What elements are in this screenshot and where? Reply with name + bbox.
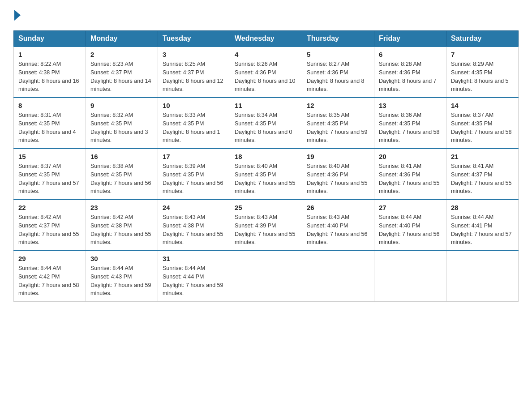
calendar-cell: 26 Sunrise: 8:43 AM Sunset: 4:40 PM Dayl… — [302, 200, 374, 251]
calendar-cell — [374, 251, 446, 302]
calendar-cell: 12 Sunrise: 8:35 AM Sunset: 4:35 PM Dayl… — [302, 98, 374, 149]
day-info: Sunrise: 8:37 AM Sunset: 4:35 PM Dayligh… — [18, 163, 79, 194]
week-row-1: 1 Sunrise: 8:22 AM Sunset: 4:38 PM Dayli… — [14, 47, 519, 98]
calendar-cell: 13 Sunrise: 8:36 AM Sunset: 4:35 PM Dayl… — [374, 98, 446, 149]
calendar-cell — [230, 251, 302, 302]
day-info: Sunrise: 8:22 AM Sunset: 4:38 PM Dayligh… — [18, 61, 79, 92]
day-number: 7 — [451, 51, 514, 58]
calendar-cell: 7 Sunrise: 8:29 AM Sunset: 4:35 PM Dayli… — [446, 47, 519, 98]
calendar-cell: 22 Sunrise: 8:42 AM Sunset: 4:37 PM Dayl… — [14, 200, 86, 251]
day-info: Sunrise: 8:25 AM Sunset: 4:37 PM Dayligh… — [163, 61, 223, 92]
logo-arrow-icon — [14, 10, 21, 21]
day-number: 25 — [235, 204, 297, 211]
day-number: 19 — [307, 153, 369, 160]
calendar-cell: 8 Sunrise: 8:31 AM Sunset: 4:35 PM Dayli… — [14, 98, 86, 149]
calendar-cell: 30 Sunrise: 8:44 AM Sunset: 4:43 PM Dayl… — [86, 251, 158, 302]
day-info: Sunrise: 8:34 AM Sunset: 4:35 PM Dayligh… — [235, 112, 292, 143]
week-row-4: 22 Sunrise: 8:42 AM Sunset: 4:37 PM Dayl… — [14, 200, 519, 251]
day-info: Sunrise: 8:44 AM Sunset: 4:42 PM Dayligh… — [18, 265, 79, 296]
calendar-cell: 17 Sunrise: 8:39 AM Sunset: 4:35 PM Dayl… — [158, 149, 230, 200]
calendar-cell: 11 Sunrise: 8:34 AM Sunset: 4:35 PM Dayl… — [230, 98, 302, 149]
calendar-cell: 25 Sunrise: 8:43 AM Sunset: 4:39 PM Dayl… — [230, 200, 302, 251]
logo — [13, 9, 21, 21]
calendar-cell: 15 Sunrise: 8:37 AM Sunset: 4:35 PM Dayl… — [14, 149, 86, 200]
day-number: 6 — [379, 51, 442, 58]
day-info: Sunrise: 8:28 AM Sunset: 4:36 PM Dayligh… — [379, 61, 437, 92]
day-info: Sunrise: 8:40 AM Sunset: 4:36 PM Dayligh… — [307, 163, 368, 194]
calendar-cell: 4 Sunrise: 8:26 AM Sunset: 4:36 PM Dayli… — [230, 47, 302, 98]
day-info: Sunrise: 8:27 AM Sunset: 4:36 PM Dayligh… — [307, 61, 365, 92]
day-info: Sunrise: 8:43 AM Sunset: 4:38 PM Dayligh… — [163, 214, 223, 245]
calendar-cell — [446, 251, 519, 302]
calendar-cell: 1 Sunrise: 8:22 AM Sunset: 4:38 PM Dayli… — [14, 47, 86, 98]
day-info: Sunrise: 8:43 AM Sunset: 4:39 PM Dayligh… — [235, 214, 296, 245]
week-row-3: 15 Sunrise: 8:37 AM Sunset: 4:35 PM Dayl… — [14, 149, 519, 200]
day-info: Sunrise: 8:29 AM Sunset: 4:35 PM Dayligh… — [451, 61, 509, 92]
calendar-cell: 31 Sunrise: 8:44 AM Sunset: 4:44 PM Dayl… — [158, 251, 230, 302]
day-number: 27 — [379, 204, 442, 211]
day-number: 15 — [18, 153, 81, 160]
day-info: Sunrise: 8:44 AM Sunset: 4:40 PM Dayligh… — [379, 214, 440, 245]
day-number: 14 — [451, 102, 514, 109]
calendar-cell: 27 Sunrise: 8:44 AM Sunset: 4:40 PM Dayl… — [374, 200, 446, 251]
calendar-cell: 20 Sunrise: 8:41 AM Sunset: 4:36 PM Dayl… — [374, 149, 446, 200]
week-row-2: 8 Sunrise: 8:31 AM Sunset: 4:35 PM Dayli… — [14, 98, 519, 149]
calendar-cell: 28 Sunrise: 8:44 AM Sunset: 4:41 PM Dayl… — [446, 200, 519, 251]
calendar-table: SundayMondayTuesdayWednesdayThursdayFrid… — [13, 30, 519, 302]
day-header-friday: Friday — [374, 31, 446, 47]
calendar-cell: 23 Sunrise: 8:42 AM Sunset: 4:38 PM Dayl… — [86, 200, 158, 251]
day-info: Sunrise: 8:42 AM Sunset: 4:37 PM Dayligh… — [18, 214, 79, 245]
calendar-cell: 18 Sunrise: 8:40 AM Sunset: 4:35 PM Dayl… — [230, 149, 302, 200]
day-number: 13 — [379, 102, 442, 109]
day-header-thursday: Thursday — [302, 31, 374, 47]
day-info: Sunrise: 8:31 AM Sunset: 4:35 PM Dayligh… — [18, 112, 76, 143]
calendar-header-row: SundayMondayTuesdayWednesdayThursdayFrid… — [14, 31, 519, 47]
day-number: 28 — [451, 204, 514, 211]
calendar-cell: 29 Sunrise: 8:44 AM Sunset: 4:42 PM Dayl… — [14, 251, 86, 302]
day-header-monday: Monday — [86, 31, 158, 47]
day-info: Sunrise: 8:33 AM Sunset: 4:35 PM Dayligh… — [163, 112, 220, 143]
day-number: 21 — [451, 153, 514, 160]
calendar-cell — [302, 251, 374, 302]
day-info: Sunrise: 8:35 AM Sunset: 4:35 PM Dayligh… — [307, 112, 368, 143]
day-number: 22 — [18, 204, 81, 211]
day-number: 18 — [235, 153, 297, 160]
day-info: Sunrise: 8:43 AM Sunset: 4:40 PM Dayligh… — [307, 214, 368, 245]
day-info: Sunrise: 8:42 AM Sunset: 4:38 PM Dayligh… — [90, 214, 151, 245]
calendar-cell: 14 Sunrise: 8:37 AM Sunset: 4:35 PM Dayl… — [446, 98, 519, 149]
day-number: 10 — [163, 102, 225, 109]
day-info: Sunrise: 8:41 AM Sunset: 4:36 PM Dayligh… — [379, 163, 440, 194]
day-number: 16 — [90, 153, 153, 160]
day-number: 30 — [90, 255, 153, 262]
day-number: 23 — [90, 204, 153, 211]
calendar-cell: 24 Sunrise: 8:43 AM Sunset: 4:38 PM Dayl… — [158, 200, 230, 251]
day-header-saturday: Saturday — [446, 31, 519, 47]
calendar-cell: 19 Sunrise: 8:40 AM Sunset: 4:36 PM Dayl… — [302, 149, 374, 200]
day-info: Sunrise: 8:32 AM Sunset: 4:35 PM Dayligh… — [90, 112, 148, 143]
day-info: Sunrise: 8:44 AM Sunset: 4:44 PM Dayligh… — [163, 265, 223, 296]
day-info: Sunrise: 8:44 AM Sunset: 4:43 PM Dayligh… — [90, 265, 151, 296]
day-info: Sunrise: 8:37 AM Sunset: 4:35 PM Dayligh… — [451, 112, 512, 143]
day-info: Sunrise: 8:41 AM Sunset: 4:37 PM Dayligh… — [451, 163, 512, 194]
calendar-cell: 2 Sunrise: 8:23 AM Sunset: 4:37 PM Dayli… — [86, 47, 158, 98]
day-info: Sunrise: 8:36 AM Sunset: 4:35 PM Dayligh… — [379, 112, 440, 143]
day-info: Sunrise: 8:26 AM Sunset: 4:36 PM Dayligh… — [235, 61, 296, 92]
day-number: 11 — [235, 102, 297, 109]
calendar-cell: 10 Sunrise: 8:33 AM Sunset: 4:35 PM Dayl… — [158, 98, 230, 149]
page-header — [13, 9, 519, 21]
calendar-cell: 5 Sunrise: 8:27 AM Sunset: 4:36 PM Dayli… — [302, 47, 374, 98]
day-number: 26 — [307, 204, 369, 211]
day-info: Sunrise: 8:40 AM Sunset: 4:35 PM Dayligh… — [235, 163, 296, 194]
day-info: Sunrise: 8:39 AM Sunset: 4:35 PM Dayligh… — [163, 163, 223, 194]
day-header-tuesday: Tuesday — [158, 31, 230, 47]
day-number: 1 — [18, 51, 81, 58]
day-info: Sunrise: 8:23 AM Sunset: 4:37 PM Dayligh… — [90, 61, 151, 92]
day-number: 17 — [163, 153, 225, 160]
calendar-cell: 16 Sunrise: 8:38 AM Sunset: 4:35 PM Dayl… — [86, 149, 158, 200]
day-number: 8 — [18, 102, 81, 109]
day-header-wednesday: Wednesday — [230, 31, 302, 47]
day-number: 2 — [90, 51, 153, 58]
calendar-cell: 21 Sunrise: 8:41 AM Sunset: 4:37 PM Dayl… — [446, 149, 519, 200]
day-number: 3 — [163, 51, 225, 58]
calendar-cell: 3 Sunrise: 8:25 AM Sunset: 4:37 PM Dayli… — [158, 47, 230, 98]
